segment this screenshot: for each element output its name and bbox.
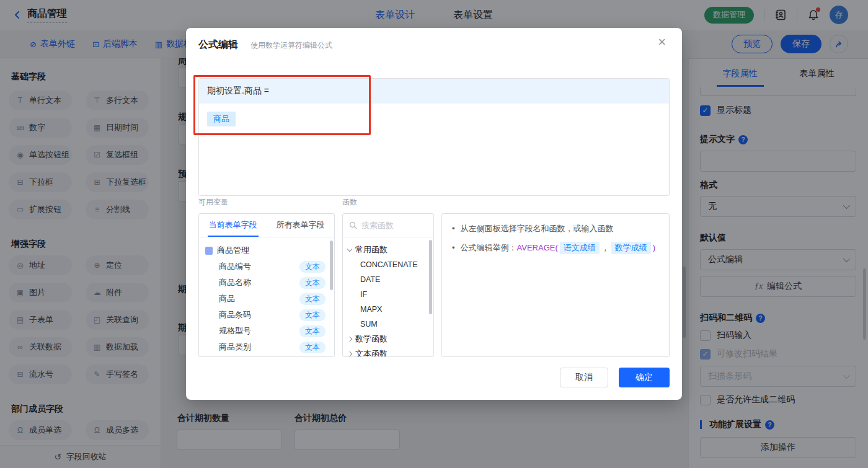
- tab-all-form-fields[interactable]: 所有表单字段: [275, 214, 326, 237]
- variables-tree-root[interactable]: 商品管理: [205, 242, 329, 258]
- type-badge: 文本: [299, 309, 326, 321]
- modal-subtitle: 使用数学运算符编辑公式: [250, 40, 332, 51]
- functions-panel: 搜索函数 常用函数 CONCATENATE DATE IF MAPX SUM 数…: [342, 213, 434, 357]
- chevron-right-icon: [347, 337, 352, 342]
- chevron-right-icon: [347, 351, 352, 356]
- variable-row[interactable]: 商品编号文本: [205, 258, 329, 275]
- function-item[interactable]: SUM: [348, 317, 430, 332]
- variable-row[interactable]: 商品名称文本: [205, 275, 329, 291]
- formula-edit-modal: 公式编辑 使用数学运算符编辑公式 × 期初设置.商品 = 商品 可用变量 函数 …: [186, 28, 682, 400]
- modal-title: 公式编辑: [198, 38, 238, 51]
- variables-panel: 当前表单字段 所有表单字段 商品管理 商品编号文本 商品名称文本 商品文本 商品…: [198, 213, 335, 357]
- variable-row[interactable]: 商品条码文本: [205, 307, 329, 323]
- function-item[interactable]: DATE: [348, 272, 430, 287]
- tip-line: • 从左侧面板选择字段名和函数，或输入函数: [452, 223, 659, 235]
- example-field-tag: 数学成绩: [611, 242, 651, 254]
- confirm-button[interactable]: 确定: [619, 368, 670, 387]
- chevron-down-icon: [347, 246, 352, 251]
- formula-editor[interactable]: 期初设置.商品 = 商品: [198, 78, 670, 196]
- function-search-input[interactable]: 搜索函数: [343, 214, 433, 237]
- form-doc-icon: [205, 247, 213, 255]
- variable-row[interactable]: 商品文本: [205, 291, 329, 307]
- formula-field-token[interactable]: 商品: [207, 112, 236, 126]
- type-badge: 文本: [299, 293, 326, 305]
- variable-row[interactable]: 商品类别文本: [205, 339, 329, 355]
- type-badge: 文本: [299, 277, 326, 289]
- type-badge: 文本: [299, 342, 326, 353]
- function-item[interactable]: IF: [348, 287, 430, 302]
- tip-example-line: • 公式编辑举例：AVERAGE(语文成绩，数学成绩): [452, 242, 659, 254]
- function-item[interactable]: CONCATENATE: [348, 257, 430, 272]
- function-item[interactable]: MAPX: [348, 302, 430, 317]
- function-group-math[interactable]: 数学函数: [348, 332, 430, 347]
- variable-row[interactable]: 规格型号文本: [205, 323, 329, 339]
- functions-scrollbar[interactable]: [429, 240, 432, 314]
- function-group-common[interactable]: 常用函数: [348, 242, 430, 257]
- formula-lhs: 期初设置.商品 =: [199, 79, 669, 104]
- tips-panel: • 从左侧面板选择字段名和函数，或输入函数 • 公式编辑举例：AVERAGE(语…: [441, 213, 670, 357]
- functions-caption: 函数: [342, 197, 357, 208]
- variables-scrollbar[interactable]: [330, 241, 333, 290]
- variables-caption: 可用变量: [198, 197, 228, 208]
- function-group-text[interactable]: 文本函数: [348, 347, 430, 357]
- tab-current-form-fields[interactable]: 当前表单字段: [208, 214, 259, 237]
- type-badge: 文本: [299, 325, 326, 337]
- cancel-button[interactable]: 取消: [560, 368, 608, 387]
- search-placeholder: 搜索函数: [361, 220, 394, 231]
- example-field-tag: 语文成绩: [560, 242, 600, 254]
- close-icon[interactable]: ×: [658, 35, 666, 49]
- search-icon: [349, 221, 357, 229]
- type-badge: 文本: [299, 261, 326, 273]
